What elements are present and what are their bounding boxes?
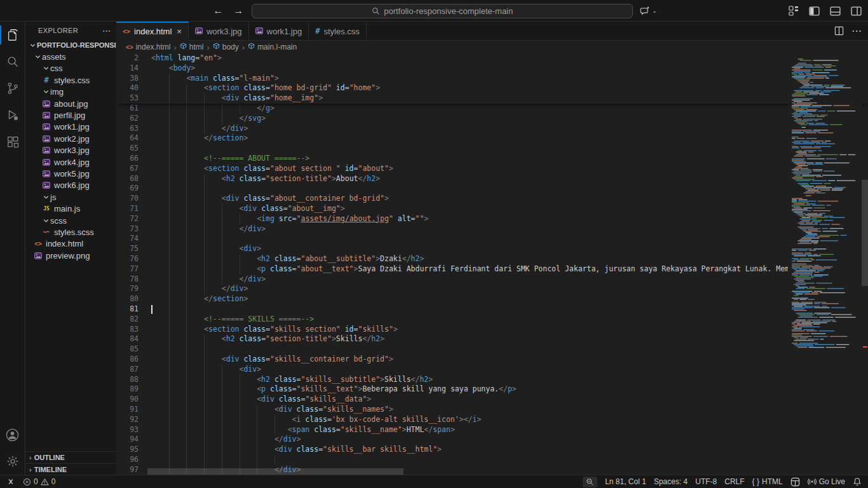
- customize-layout-icon[interactable]: [789, 6, 799, 16]
- tree-folder-img[interactable]: img: [25, 86, 116, 98]
- code-line-61[interactable]: 61 </g>: [116, 104, 868, 114]
- vertical-scrollbar-slider[interactable]: [862, 180, 868, 286]
- vertical-scrollbar[interactable]: [862, 53, 868, 475]
- line-number[interactable]: 67: [116, 164, 139, 174]
- code-line-75[interactable]: 75 <div>: [116, 244, 868, 254]
- explorer-actions-icon[interactable]: ⋯: [102, 26, 111, 36]
- remote-indicator[interactable]: [6, 477, 15, 486]
- code-line-2[interactable]: 2<html lang="en">: [116, 53, 868, 64]
- close-tab-icon[interactable]: ×: [177, 27, 182, 36]
- line-number[interactable]: 90: [116, 395, 139, 405]
- code-line-93[interactable]: 93 <span class="skills__name">HTML</span…: [116, 425, 868, 435]
- code-line-63[interactable]: 63 </div>: [116, 124, 868, 134]
- tree-file-work5.jpg[interactable]: work5.jpg: [25, 168, 116, 179]
- code-line-71[interactable]: 71 <div class="about__img">: [116, 204, 868, 214]
- code-line-73[interactable]: 73 </div>: [116, 224, 868, 234]
- tab-work1.jpg[interactable]: work1.jpg: [249, 22, 309, 40]
- line-number[interactable]: 84: [116, 334, 139, 344]
- line-number[interactable]: 89: [116, 384, 139, 395]
- code-line-68[interactable]: 68 <h2 class="section-title">About</h2>: [116, 174, 868, 184]
- line-number[interactable]: 97: [116, 465, 139, 475]
- tab-index.html[interactable]: <>index.html×: [116, 22, 189, 40]
- line-number[interactable]: 65: [116, 144, 139, 154]
- tree-file-work1.jpg[interactable]: work1.jpg: [25, 121, 116, 133]
- tree-folder-assets[interactable]: assets: [25, 51, 116, 62]
- breadcrumb-item-html[interactable]: html: [180, 43, 204, 51]
- code-line-14[interactable]: 14 <body>: [116, 64, 868, 74]
- outline-section[interactable]: › OUTLINE: [25, 452, 116, 463]
- code-line-84[interactable]: 84 <h2 class="section-title">Skills</h2>: [116, 334, 868, 344]
- line-number[interactable]: 74: [116, 234, 139, 244]
- tree-file-work6.jpg[interactable]: work6.jpg: [25, 180, 116, 191]
- cursor-position[interactable]: Ln 81, Col 1: [605, 477, 646, 486]
- line-number[interactable]: 69: [116, 184, 139, 194]
- copilot-chat-button[interactable]: ⌄: [639, 5, 657, 17]
- line-number[interactable]: 64: [116, 133, 139, 144]
- line-number[interactable]: 71: [116, 204, 139, 214]
- tree-file-work4.jpg[interactable]: work4.jpg: [25, 156, 116, 168]
- code-line-70[interactable]: 70 <div class="about__container bd-grid"…: [116, 194, 868, 204]
- tree-file-perfil.jpg[interactable]: perfil.jpg: [25, 109, 116, 121]
- code-line-83[interactable]: 83 <section class="skills section" id="s…: [116, 325, 868, 335]
- tree-folder-scss[interactable]: scss: [25, 215, 116, 226]
- line-number[interactable]: 38: [116, 74, 139, 84]
- line-number[interactable]: 94: [116, 435, 139, 445]
- line-number[interactable]: 40: [116, 83, 139, 93]
- toggle-primary-sidebar-icon[interactable]: [809, 6, 820, 17]
- breadcrumb-item-main.l-main[interactable]: main.l-main: [248, 43, 297, 51]
- code-line-79[interactable]: 79 </div>: [116, 284, 868, 294]
- code-line-53[interactable]: 53 <div class="home__img">: [116, 93, 868, 104]
- eol-setting[interactable]: CRLF: [724, 477, 744, 486]
- explorer-icon[interactable]: [0, 22, 25, 48]
- breadcrumb-item-index.html[interactable]: <>index.html: [126, 43, 170, 51]
- indentation-setting[interactable]: Spaces: 4: [654, 477, 688, 486]
- line-number[interactable]: 83: [116, 325, 139, 335]
- breadcrumb-item-body[interactable]: body: [213, 43, 239, 51]
- extensions-icon[interactable]: [0, 128, 25, 155]
- code-line-85[interactable]: 85: [116, 344, 868, 355]
- code-line-80[interactable]: 80 </section>: [116, 294, 868, 304]
- code-editor[interactable]: 61 </g>62 </svg>63 </div>64 </section>65…: [116, 53, 868, 475]
- line-number[interactable]: 76: [116, 254, 139, 264]
- line-number[interactable]: 88: [116, 375, 139, 385]
- code-line-62[interactable]: 62 </svg>: [116, 114, 868, 124]
- code-line-76[interactable]: 76 <h2 class="about__subtitle">Dzaki</h2…: [116, 254, 868, 264]
- more-actions-icon[interactable]: ⋯: [851, 25, 862, 37]
- line-number[interactable]: 2: [116, 53, 139, 64]
- code-line-64[interactable]: 64 </section>: [116, 133, 868, 144]
- toggle-secondary-sidebar-icon[interactable]: [851, 6, 862, 17]
- line-number[interactable]: 95: [116, 445, 139, 455]
- line-number[interactable]: 80: [116, 294, 139, 304]
- code-line-94[interactable]: 94 </div>: [116, 435, 868, 445]
- command-center-search[interactable]: portfolio-responsive-complete-main: [252, 4, 633, 18]
- code-line-87[interactable]: 87 <div>: [116, 365, 868, 375]
- code-line-86[interactable]: 86 <div class="skills__container bd-grid…: [116, 355, 868, 365]
- code-line-78[interactable]: 78 </div>: [116, 274, 868, 285]
- encoding-setting[interactable]: UTF-8: [695, 477, 717, 486]
- language-mode[interactable]: { } HTML: [752, 477, 783, 486]
- tree-file-styles.scss[interactable]: styles.scss: [25, 226, 116, 238]
- split-editor-icon[interactable]: [834, 26, 844, 36]
- tree-file-work3.jpg[interactable]: work3.jpg: [25, 145, 116, 156]
- code-line-82[interactable]: 82 <!--===== SKILLS =====-->: [116, 315, 868, 325]
- go-live-button[interactable]: Go Live: [808, 477, 845, 486]
- tree-file-work2.jpg[interactable]: work2.jpg: [25, 133, 116, 144]
- notifications-button[interactable]: [853, 477, 862, 486]
- nav-back-button[interactable]: ←: [211, 5, 225, 17]
- code-line-69[interactable]: 69: [116, 184, 868, 194]
- line-number[interactable]: 78: [116, 274, 139, 285]
- tab-work3.jpg[interactable]: work3.jpg: [189, 22, 249, 40]
- tree-file-preview.png[interactable]: preview.png: [25, 250, 116, 261]
- line-number[interactable]: 72: [116, 214, 139, 224]
- line-number[interactable]: 53: [116, 93, 139, 104]
- line-number[interactable]: 77: [116, 264, 139, 274]
- line-number[interactable]: 93: [116, 425, 139, 435]
- source-control-icon[interactable]: [0, 75, 25, 102]
- tree-file-styles.css[interactable]: #styles.css: [25, 74, 116, 86]
- tree-file-index.html[interactable]: <>index.html: [25, 238, 116, 250]
- settings-gear-icon[interactable]: [0, 448, 25, 475]
- code-line-91[interactable]: 91 <div class="skills__names">: [116, 405, 868, 415]
- horizontal-scrollbar-slider[interactable]: [147, 468, 403, 475]
- line-number[interactable]: 61: [116, 104, 139, 114]
- problems-indicator[interactable]: 0 0: [23, 477, 55, 486]
